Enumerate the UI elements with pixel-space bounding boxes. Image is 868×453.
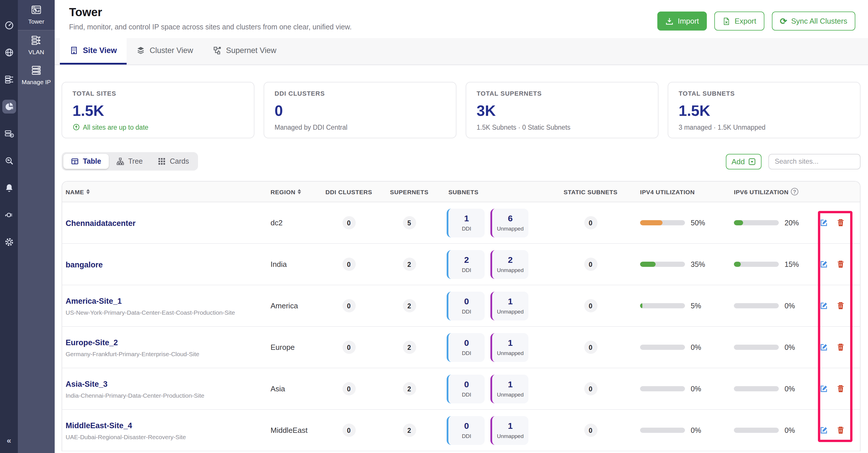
table-header-row: NAME REGION DDI CLUSTERS SUPERNETS SUBNE… xyxy=(62,181,860,202)
delete-site-button[interactable] xyxy=(836,218,845,227)
dashboard-icon xyxy=(4,21,13,30)
import-button[interactable]: Import xyxy=(658,11,707,31)
ipv6-percent: 0% xyxy=(784,385,795,393)
subnets-unmapped-card: 1 Unmapped xyxy=(490,374,528,403)
sync-all-clusters-button[interactable]: ⟳ Sync All Clusters xyxy=(772,11,855,31)
view-tree-button[interactable]: Tree xyxy=(108,154,150,169)
edit-site-button[interactable] xyxy=(819,426,829,435)
site-name-link[interactable]: MiddleEast-Site_4 xyxy=(66,421,132,430)
edit-site-button[interactable] xyxy=(819,218,829,227)
edit-site-button[interactable] xyxy=(819,260,829,269)
sort-icon[interactable] xyxy=(298,189,301,194)
site-name-link[interactable]: Chennaidatacenter xyxy=(66,219,135,227)
ipv4-utilization-bar xyxy=(640,345,685,350)
static-subnets-badge: 0 xyxy=(584,341,597,354)
delete-site-button[interactable] xyxy=(836,426,845,435)
ddi-clusters-badge: 0 xyxy=(342,341,355,354)
column-header-ipv4-utilization: IPV4 UTILIZATION xyxy=(619,188,711,195)
rail-item-integrations[interactable] xyxy=(2,208,16,222)
trash-icon xyxy=(836,426,845,434)
table-row[interactable]: MiddleEast-Site_4 UAE-Dubai-Regional-Dis… xyxy=(62,410,860,451)
info-icon[interactable]: ? xyxy=(791,188,798,195)
supernets-badge: 2 xyxy=(403,424,416,437)
content-area: TOTAL SITES 1.5K All sites are up to dat… xyxy=(55,65,868,451)
collapse-sidebar-icon[interactable]: « xyxy=(7,436,11,445)
sidebar-item-label: Tower xyxy=(28,18,44,25)
supernets-badge: 5 xyxy=(403,216,416,229)
subnets-unmapped-card: 6 Unmapped xyxy=(490,208,528,237)
export-button-label: Export xyxy=(735,17,756,25)
download-icon xyxy=(666,17,674,25)
add-site-button[interactable]: Add xyxy=(726,153,762,169)
tab-supernet-view[interactable]: Supernet View xyxy=(203,38,286,64)
sidebar-item-manage-ip[interactable]: Manage IP xyxy=(18,60,55,90)
rail-item-discovery[interactable] xyxy=(2,154,16,168)
main-content: Tower Find, monitor, and control IP spac… xyxy=(55,0,868,453)
stat-label: TOTAL SUPERNETS xyxy=(476,90,648,97)
edit-site-button[interactable] xyxy=(819,384,829,393)
delete-site-button[interactable] xyxy=(836,260,845,269)
view-label: Table xyxy=(83,157,101,165)
column-header-name[interactable]: NAME xyxy=(62,188,267,195)
tower-page: « Tower VLAN Manage IP Tower Find, monit… xyxy=(0,0,868,453)
supernets-badge: 2 xyxy=(403,382,416,395)
sort-icon[interactable] xyxy=(86,189,90,194)
rail-item-alerts[interactable] xyxy=(2,181,16,195)
delete-site-button[interactable] xyxy=(836,343,845,352)
ddi-clusters-badge: 0 xyxy=(342,258,355,271)
table-row[interactable]: America-Site_1 US-New-York-Primary-Data-… xyxy=(62,285,860,327)
subnets-unmapped-card: 1 Unmapped xyxy=(490,333,528,362)
site-subtitle: Germany-Frankfurt-Primary-Enterprise-Clo… xyxy=(66,350,267,357)
column-header-region[interactable]: REGION xyxy=(267,188,320,195)
rail-item-audit[interactable] xyxy=(2,127,16,141)
edit-icon xyxy=(820,343,828,351)
export-button[interactable]: Export xyxy=(715,11,765,31)
edit-site-button[interactable] xyxy=(819,301,829,310)
stat-footer: 3 managed · 1.5K Unmapped xyxy=(679,124,849,131)
static-subnets-badge: 0 xyxy=(584,299,597,312)
supernet-nodes-icon xyxy=(213,46,221,55)
site-name-link[interactable]: bangalore xyxy=(66,260,103,269)
rail-item-settings[interactable] xyxy=(2,235,16,249)
column-header-ipv6-utilization: IPV6 UTILIZATION ? xyxy=(711,188,804,195)
view-cards-button[interactable]: Cards xyxy=(150,154,196,169)
site-name-link[interactable]: America-Site_1 xyxy=(66,297,122,306)
view-switcher: Table Tree Cards xyxy=(62,152,198,171)
table-row[interactable]: Chennaidatacenter dc2 0 5 1 DDI 6 Unmapp xyxy=(62,202,860,244)
tab-site-view[interactable]: Site View xyxy=(60,38,127,64)
site-subtitle: US-New-York-Primary-Data-Center-East-Coa… xyxy=(66,309,267,316)
rail-item-dhcp[interactable] xyxy=(2,73,16,86)
region-cell: America xyxy=(267,302,320,310)
region-cell: dc2 xyxy=(267,219,320,227)
tab-cluster-view[interactable]: Cluster View xyxy=(127,38,203,64)
site-name-link[interactable]: Asia-Site_3 xyxy=(66,380,107,389)
table-row[interactable]: Europe-Site_2 Germany-Frankfurt-Primary-… xyxy=(62,327,860,368)
delete-site-button[interactable] xyxy=(836,384,845,393)
column-header-subnets: SUBNETS xyxy=(441,188,562,195)
rail-item-ipam[interactable] xyxy=(2,100,16,114)
subnets-ddi-card: 0 DDI xyxy=(447,374,485,403)
trash-icon xyxy=(836,218,845,227)
bell-icon xyxy=(4,183,13,193)
table-row[interactable]: bangalore India 0 2 2 DDI 2 Unmapped xyxy=(62,244,860,285)
region-cell: Europe xyxy=(267,343,320,351)
module-sidebar: Tower VLAN Manage IP xyxy=(18,0,55,453)
delete-site-button[interactable] xyxy=(836,301,845,310)
ipv4-percent: 5% xyxy=(691,302,701,310)
search-sites-input[interactable] xyxy=(768,153,861,169)
rail-item-dashboard[interactable] xyxy=(2,19,16,32)
trash-icon xyxy=(836,384,845,393)
sidebar-item-vlan[interactable]: VLAN xyxy=(18,31,55,60)
site-name-link[interactable]: Europe-Site_2 xyxy=(66,338,118,347)
static-subnets-badge: 0 xyxy=(584,258,597,271)
table-row[interactable]: Asia-Site_3 India-Chennai-Primary-Data-C… xyxy=(62,368,860,410)
sync-button-label: Sync All Clusters xyxy=(791,17,847,25)
sidebar-item-label: VLAN xyxy=(29,49,44,55)
edit-site-button[interactable] xyxy=(819,343,829,352)
view-table-button[interactable]: Table xyxy=(63,154,108,169)
rail-item-dns[interactable] xyxy=(2,46,16,59)
toolbar-right: Add xyxy=(726,153,861,169)
view-label: Tree xyxy=(128,157,143,165)
sidebar-item-tower[interactable]: Tower xyxy=(18,0,55,31)
add-button-label: Add xyxy=(732,157,745,166)
